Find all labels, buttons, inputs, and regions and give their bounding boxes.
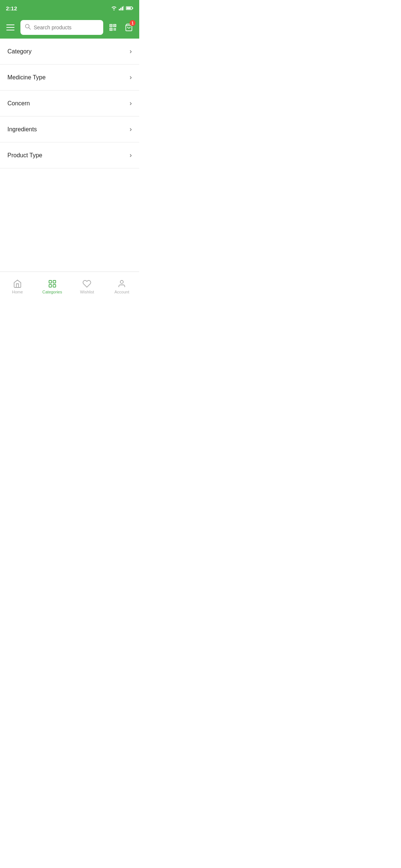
svg-rect-2: [122, 7, 123, 10]
category-item-ingredients[interactable]: Ingredients ›: [0, 116, 139, 142]
search-bar[interactable]: [20, 20, 103, 35]
category-item-product-type[interactable]: Product Type ›: [0, 142, 139, 168]
bottom-nav: Home Categories Wishlist Account: [0, 272, 139, 301]
nav-account-label: Account: [114, 290, 129, 294]
nav-wishlist-label: Wishlist: [80, 290, 94, 294]
status-time: 2:12: [6, 5, 17, 11]
svg-rect-24: [53, 285, 56, 287]
nav-categories[interactable]: Categories: [35, 279, 70, 294]
category-label-ingredients: Ingredients: [7, 126, 37, 133]
search-icon: [25, 24, 31, 31]
svg-rect-12: [111, 25, 112, 26]
nav-account[interactable]: Account: [104, 279, 139, 294]
chevron-icon-concern: ›: [130, 99, 132, 107]
svg-rect-19: [115, 30, 116, 31]
svg-rect-23: [49, 285, 52, 287]
svg-rect-3: [123, 6, 124, 10]
nav-wishlist[interactable]: Wishlist: [70, 279, 105, 294]
home-icon: [13, 279, 22, 288]
search-input[interactable]: [34, 24, 99, 30]
qr-icon: [109, 23, 117, 32]
svg-rect-16: [114, 28, 115, 29]
categories-icon: [48, 279, 57, 288]
category-list: Category › Medicine Type › Concern › Ing…: [0, 39, 139, 168]
svg-rect-1: [120, 8, 121, 10]
menu-line-1: [6, 24, 14, 25]
nav-categories-label: Categories: [42, 290, 62, 294]
category-item-medicine-type[interactable]: Medicine Type ›: [0, 65, 139, 91]
category-label-category: Category: [7, 48, 32, 55]
svg-rect-18: [114, 30, 115, 31]
account-icon: [117, 279, 126, 288]
wishlist-icon: [82, 279, 91, 288]
svg-rect-17: [115, 28, 116, 29]
signal-icon: [119, 6, 124, 10]
cart-button[interactable]: 1: [123, 21, 135, 34]
qr-button[interactable]: [107, 21, 119, 34]
chevron-icon-medicine-type: ›: [130, 73, 132, 81]
svg-point-25: [120, 280, 123, 283]
status-icons: [111, 6, 133, 10]
svg-line-8: [29, 28, 30, 30]
svg-rect-13: [114, 25, 115, 26]
svg-rect-22: [53, 280, 56, 283]
svg-rect-5: [127, 7, 131, 9]
wifi-icon: [111, 6, 117, 10]
category-label-concern: Concern: [7, 100, 30, 107]
svg-rect-14: [111, 29, 112, 30]
nav-home[interactable]: Home: [0, 279, 35, 294]
svg-rect-6: [133, 7, 133, 9]
category-label-product-type: Product Type: [7, 152, 42, 159]
category-label-medicine-type: Medicine Type: [7, 74, 46, 81]
menu-line-2: [6, 27, 14, 28]
status-bar: 2:12: [0, 0, 139, 16]
svg-rect-21: [49, 280, 52, 283]
menu-line-3: [6, 30, 14, 30]
chevron-icon-product-type: ›: [130, 151, 132, 159]
cart-badge: 1: [130, 20, 136, 26]
chevron-icon-category: ›: [130, 47, 132, 55]
battery-icon: [126, 6, 133, 10]
category-item-concern[interactable]: Concern ›: [0, 91, 139, 116]
category-item-category[interactable]: Category ›: [0, 39, 139, 65]
menu-button[interactable]: [4, 21, 17, 34]
chevron-icon-ingredients: ›: [130, 125, 132, 133]
nav-home-label: Home: [12, 290, 23, 294]
top-bar: 1: [0, 16, 139, 39]
svg-rect-0: [119, 9, 120, 10]
